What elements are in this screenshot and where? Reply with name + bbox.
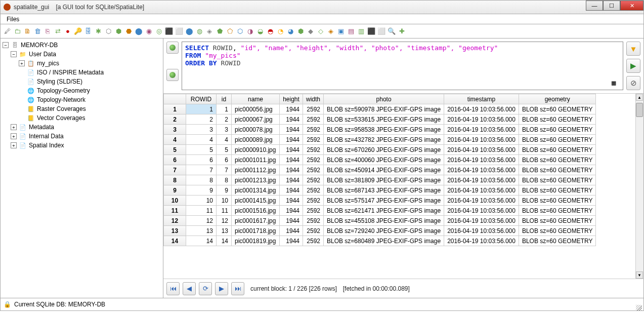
toolbar-button-6[interactable]: ● [63, 27, 72, 36]
table-row[interactable]: 121212pic0001617.jpg19442592BLOB sz=4551… [164, 216, 596, 226]
col-header[interactable]: name [232, 94, 280, 104]
cell[interactable]: BLOB sz=60 GEOMETRY [519, 216, 596, 226]
row-header[interactable]: 2 [164, 114, 186, 125]
tree-item[interactable]: 📒Vector Coverages [3, 113, 161, 123]
cell[interactable]: 2592 [303, 175, 324, 185]
resize-grip[interactable] [636, 305, 642, 311]
cell[interactable]: 1944 [280, 226, 303, 236]
cell[interactable]: 1944 [280, 216, 303, 226]
table-row[interactable]: 555pic0000910.jpg19442592BLOB sz=670260 … [164, 145, 596, 155]
toolbar-button-14[interactable]: ◉ [144, 27, 153, 36]
toolbar-button-7[interactable]: 🔑 [73, 27, 82, 36]
toolbar-button-18[interactable]: ⬤ [185, 27, 194, 36]
cell[interactable]: 2016-04-19 10:03:56.000 [444, 206, 519, 216]
col-header[interactable]: height [280, 94, 303, 104]
cell[interactable]: BLOB sz=381809 JPEG-EXIF-GPS image [324, 175, 444, 185]
cell[interactable]: 11 [186, 206, 217, 216]
cell[interactable]: BLOB sz=687143 JPEG-EXIF-GPS image [324, 185, 444, 195]
row-header[interactable]: 7 [164, 165, 186, 175]
clear-button[interactable]: ⊘ [626, 76, 640, 90]
row-header[interactable]: 6 [164, 155, 186, 165]
vertical-scrollbar[interactable]: ▲ ▼ [635, 94, 643, 279]
tree-userdata[interactable]: − 📁 User Data [3, 50, 161, 59]
cell[interactable]: 2592 [303, 104, 324, 114]
tree-item[interactable]: +📋my_pics [3, 59, 161, 68]
last-page-button[interactable]: ⏭ [231, 282, 244, 295]
toolbar-button-22[interactable]: ⬠ [225, 27, 234, 36]
menu-files[interactable]: Files [4, 15, 22, 24]
cell[interactable]: pic000067.jpg [232, 114, 280, 125]
toolbar-button-28[interactable]: ◕ [286, 27, 295, 36]
cell[interactable]: 2592 [303, 206, 324, 216]
cell[interactable]: pic0001415.jpg [232, 195, 280, 206]
tree-spatial[interactable]: + 📄 Spatial Index [3, 141, 161, 150]
cell[interactable]: 2016-04-19 10:03:56.000 [444, 125, 519, 135]
toolbar-button-15[interactable]: ◎ [154, 27, 163, 36]
close-button[interactable]: ✕ [620, 1, 643, 11]
results-grid[interactable]: ROWIDidnameheightwidthphototimestampgeom… [163, 94, 596, 246]
toolbar-button-11[interactable]: ⬢ [114, 27, 123, 36]
cell[interactable]: pic000089.jpg [232, 135, 280, 145]
cell[interactable]: 2592 [303, 185, 324, 195]
toolbar-button-33[interactable]: ▣ [336, 27, 346, 36]
table-row[interactable]: 888pic0001213.jpg19442592BLOB sz=381809 … [164, 175, 596, 185]
cell[interactable]: 4 [217, 135, 232, 145]
expander-icon[interactable]: + [11, 133, 17, 139]
maximize-button[interactable]: ☐ [603, 1, 620, 11]
toolbar-button-17[interactable]: ⬜ [175, 27, 184, 36]
cell[interactable]: pic0001011.jpg [232, 155, 280, 165]
cell[interactable]: 2016-04-19 10:03:56.000 [444, 175, 519, 185]
tree-item[interactable]: 🌐Topology-Network [3, 95, 161, 104]
cell[interactable]: 13 [186, 226, 217, 236]
row-header[interactable]: 8 [164, 175, 186, 185]
row-header[interactable]: 3 [164, 125, 186, 135]
cell[interactable]: 5 [186, 145, 217, 155]
cell[interactable]: 1944 [280, 175, 303, 185]
table-row[interactable]: 131313pic0001718.jpg19442592BLOB sz=7292… [164, 226, 596, 236]
cell[interactable]: 2016-04-19 10:03:56.000 [444, 195, 519, 206]
toolbar-button-2[interactable]: 🗎 [23, 27, 32, 36]
cell[interactable]: pic0001718.jpg [232, 226, 280, 236]
cell[interactable]: 7 [186, 165, 217, 175]
cell[interactable]: pic0001112.jpg [232, 165, 280, 175]
cell[interactable]: pic0001213.jpg [232, 175, 280, 185]
toolbar-button-36[interactable]: ⬛ [367, 27, 376, 36]
minimize-button[interactable]: — [586, 1, 603, 11]
scroll-up-icon[interactable]: ▲ [636, 94, 643, 101]
cell[interactable]: 12 [217, 216, 232, 226]
cell[interactable]: 2016-04-19 10:03:56.000 [444, 216, 519, 226]
cell[interactable]: 14 [186, 236, 217, 246]
cell[interactable]: BLOB sz=621471 JPEG-EXIF-GPS image [324, 206, 444, 216]
cell[interactable]: BLOB sz=450914 JPEG-EXIF-GPS image [324, 165, 444, 175]
toolbar-button-10[interactable]: ⬡ [104, 27, 113, 36]
cell[interactable]: BLOB sz=670260 JPEG-EXIF-GPS image [324, 145, 444, 155]
toolbar-button-25[interactable]: ◒ [255, 27, 265, 36]
toolbar-button-21[interactable]: ⬟ [215, 27, 224, 36]
row-header[interactable]: 10 [164, 195, 186, 206]
toolbar-button-19[interactable]: ◍ [195, 27, 204, 36]
cell[interactable]: BLOB sz=533615 JPEG-EXIF-GPS image [324, 114, 444, 125]
cell[interactable]: 1944 [280, 135, 303, 145]
toolbar-button-13[interactable]: ⬤ [134, 27, 143, 36]
toolbar-button-39[interactable]: ✚ [397, 27, 406, 36]
cell[interactable]: 2592 [303, 114, 324, 125]
table-row[interactable]: 101010pic0001415.jpg19442592BLOB sz=5751… [164, 195, 596, 206]
col-header[interactable]: photo [324, 94, 444, 104]
cell[interactable]: 2592 [303, 226, 324, 236]
row-header[interactable]: 14 [164, 236, 186, 246]
cell[interactable]: 2016-04-19 10:03:56.000 [444, 165, 519, 175]
cell[interactable]: 1944 [280, 145, 303, 155]
cell[interactable]: 2016-04-19 10:03:56.000 [444, 145, 519, 155]
cell[interactable]: BLOB sz=455108 JPEG-EXIF-GPS image [324, 216, 444, 226]
cell[interactable]: 1944 [280, 125, 303, 135]
cell[interactable]: 2592 [303, 155, 324, 165]
scroll-down-icon[interactable]: ▼ [636, 271, 643, 279]
cell[interactable]: pic000078.jpg [232, 125, 280, 135]
tree-metadata[interactable]: + 📄 Metadata [3, 123, 161, 132]
execute-button[interactable]: ▶ [626, 59, 640, 73]
toolbar-button-1[interactable]: 🗀 [13, 27, 22, 36]
cell[interactable]: BLOB sz=60 GEOMETRY [519, 125, 596, 135]
toolbar-button-23[interactable]: ⬡ [235, 27, 244, 36]
cell[interactable]: BLOB sz=729240 JPEG-EXIF-GPS image [324, 226, 444, 236]
toolbar-button-24[interactable]: ◑ [245, 27, 254, 36]
